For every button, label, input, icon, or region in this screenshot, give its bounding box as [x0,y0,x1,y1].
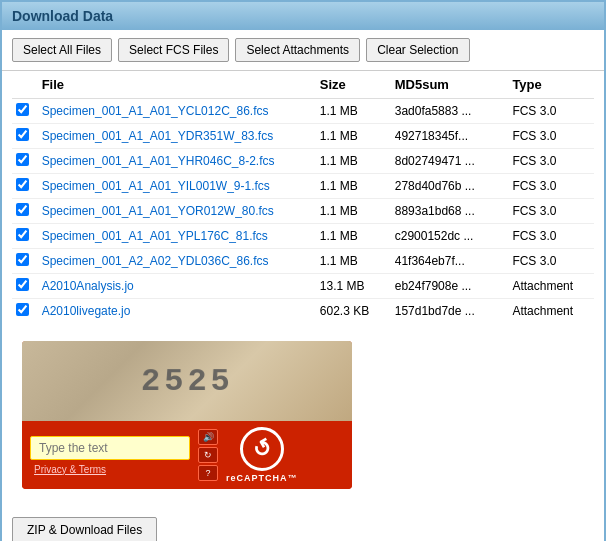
file-size: 1.1 MB [316,174,391,199]
col-header-size: Size [316,71,391,99]
file-type: FCS 3.0 [508,124,594,149]
recaptcha-label: reCAPTCHA™ [226,473,298,483]
table-row: Specimen_001_A1_A01_YOR012W_80.fcs1.1 MB… [12,199,594,224]
file-size: 1.1 MB [316,249,391,274]
captcha-icon-group: 🔊 ↻ ? [198,429,218,481]
audio-icon[interactable]: 🔊 [198,429,218,445]
table-row: Specimen_001_A2_A02_YDL036C_86.fcs1.1 MB… [12,249,594,274]
title-text: Download Data [12,8,113,24]
table-row: A2010livegate.jo602.3 KB157d1bd7de ...At… [12,299,594,324]
file-checkbox[interactable] [16,228,29,241]
file-checkbox[interactable] [16,303,29,316]
refresh-icon[interactable]: ↻ [198,447,218,463]
captcha-widget: 2525 Privacy & Terms 🔊 ↻ ? ↺ [22,341,352,489]
download-area: ZIP & Download Files [2,507,604,541]
file-type: FCS 3.0 [508,99,594,124]
privacy-link[interactable]: Privacy & Terms [34,464,106,475]
captcha-container: 2525 Privacy & Terms 🔊 ↻ ? ↺ [2,323,604,507]
file-type: Attachment [508,299,594,324]
captcha-image: 2525 [22,341,352,421]
select-fcs-button[interactable]: Select FCS Files [118,38,229,62]
file-table: File Size MD5sum Type Specimen_001_A1_A0… [12,71,594,323]
file-size: 1.1 MB [316,199,391,224]
file-md5: 41f364eb7f... [391,249,509,274]
table-row: Specimen_001_A1_A01_YIL001W_9-1.fcs1.1 M… [12,174,594,199]
file-checkbox[interactable] [16,128,29,141]
file-type: FCS 3.0 [508,174,594,199]
captcha-bg: 2525 [22,341,352,421]
file-checkbox[interactable] [16,278,29,291]
window-title: Download Data [2,2,604,30]
recaptcha-circle: ↺ [240,427,284,471]
captcha-bottom-bar: Privacy & Terms 🔊 ↻ ? ↺ reCAPTCHA™ [22,421,352,489]
file-md5: 8d02749471 ... [391,149,509,174]
file-link[interactable]: A2010Analysis.jo [42,279,134,293]
col-header-file: File [38,71,316,99]
file-md5: 3ad0fa5883 ... [391,99,509,124]
file-type: FCS 3.0 [508,249,594,274]
file-link[interactable]: Specimen_001_A1_A01_YCL012C_86.fcs [42,104,269,118]
select-all-button[interactable]: Select All Files [12,38,112,62]
captcha-display-text: 2525 [140,363,234,400]
file-size: 13.1 MB [316,274,391,299]
table-row: Specimen_001_A1_A01_YHR046C_8-2.fcs1.1 M… [12,149,594,174]
table-row: Specimen_001_A1_A01_YDR351W_83.fcs1.1 MB… [12,124,594,149]
recaptcha-arrow-icon: ↺ [247,433,276,465]
file-link[interactable]: Specimen_001_A1_A01_YDR351W_83.fcs [42,129,273,143]
file-size: 1.1 MB [316,124,391,149]
file-table-wrapper: File Size MD5sum Type Specimen_001_A1_A0… [2,71,604,323]
file-link[interactable]: Specimen_001_A1_A01_YHR046C_8-2.fcs [42,154,275,168]
file-link[interactable]: Specimen_001_A2_A02_YDL036C_86.fcs [42,254,269,268]
recaptcha-badge: ↺ reCAPTCHA™ [226,427,298,483]
clear-selection-button[interactable]: Clear Selection [366,38,469,62]
file-link[interactable]: Specimen_001_A1_A01_YIL001W_9-1.fcs [42,179,270,193]
file-checkbox[interactable] [16,253,29,266]
file-link[interactable]: Specimen_001_A1_A01_YOR012W_80.fcs [42,204,274,218]
file-type: FCS 3.0 [508,149,594,174]
file-md5: c2900152dc ... [391,224,509,249]
file-size: 602.3 KB [316,299,391,324]
file-link[interactable]: A2010livegate.jo [42,304,131,318]
file-size: 1.1 MB [316,149,391,174]
col-header-check [12,71,38,99]
select-attachments-button[interactable]: Select Attachments [235,38,360,62]
toolbar: Select All Files Select FCS Files Select… [2,30,604,71]
file-checkbox[interactable] [16,103,29,116]
col-header-type: Type [508,71,594,99]
file-link[interactable]: Specimen_001_A1_A01_YPL176C_81.fcs [42,229,268,243]
table-row: Specimen_001_A1_A01_YPL176C_81.fcs1.1 MB… [12,224,594,249]
table-row: Specimen_001_A1_A01_YCL012C_86.fcs1.1 MB… [12,99,594,124]
file-type: FCS 3.0 [508,199,594,224]
file-checkbox[interactable] [16,178,29,191]
help-icon[interactable]: ? [198,465,218,481]
privacy-terms: Privacy & Terms [30,464,106,475]
file-checkbox[interactable] [16,153,29,166]
table-row: A2010Analysis.jo13.1 MBeb24f7908e ...Att… [12,274,594,299]
file-md5: 492718345f... [391,124,509,149]
file-size: 1.1 MB [316,224,391,249]
captcha-input[interactable] [30,436,190,460]
file-type: Attachment [508,274,594,299]
file-md5: 278d40d76b ... [391,174,509,199]
file-md5: 157d1bd7de ... [391,299,509,324]
download-window: Download Data Select All Files Select FC… [0,0,606,541]
file-size: 1.1 MB [316,99,391,124]
file-md5: 8893a1bd68 ... [391,199,509,224]
download-button[interactable]: ZIP & Download Files [12,517,157,541]
file-type: FCS 3.0 [508,224,594,249]
file-md5: eb24f7908e ... [391,274,509,299]
col-header-md5: MD5sum [391,71,509,99]
file-checkbox[interactable] [16,203,29,216]
